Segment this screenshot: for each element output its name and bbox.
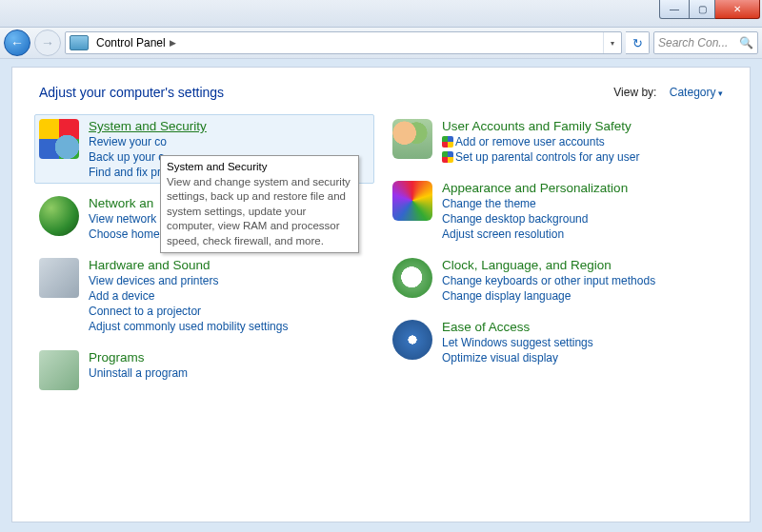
category-heading[interactable]: Clock, Language, and Region [442,258,655,272]
sublink[interactable]: Uninstall a program [89,366,188,380]
sublink[interactable]: Set up parental controls for any user [442,150,639,164]
content-header: Adjust your computer's settings View by:… [39,85,723,100]
category-clock-language-region[interactable]: Clock, Language, and Region Change keybo… [392,258,723,303]
shield-icon [442,151,453,163]
forward-button[interactable]: → [34,30,61,56]
category-heading[interactable]: User Accounts and Family Safety [442,119,639,133]
sublink[interactable]: Connect to a projector [89,305,288,318]
page-title: Adjust your computer's settings [39,85,224,100]
control-panel-icon [70,35,89,50]
ease-of-access-icon [392,320,432,360]
breadcrumb-label: Control Panel [96,36,166,49]
address-dropdown-button[interactable]: ▾ [603,32,621,53]
sublink[interactable]: Change keyboards or other input methods [442,274,655,287]
search-icon: 🔍 [739,36,753,49]
tooltip-body: View and change system and security sett… [167,175,352,249]
tooltip: System and Security View and change syst… [160,155,359,253]
window-titlebar: — ▢ ✕ [0,0,762,28]
sublink[interactable]: Review your co [89,135,207,148]
address-bar[interactable]: Control Panel ▶ ▾ [65,31,622,54]
category-columns: System and Security Review your co Back … [39,119,723,390]
sublink[interactable]: Add a device [89,289,288,303]
minimize-button[interactable]: — [659,0,690,19]
search-input[interactable]: Search Con... 🔍 [653,31,758,54]
search-placeholder: Search Con... [658,36,728,49]
network-icon [39,196,79,236]
chevron-right-icon: ▶ [170,38,176,48]
sublink[interactable]: Add or remove user accounts [442,135,639,148]
clock-icon [392,258,432,298]
back-button[interactable]: ← [4,30,30,56]
category-heading[interactable]: Ease of Access [442,320,593,334]
view-by-label: View by: [613,86,656,99]
category-ease-of-access[interactable]: Ease of Access Let Windows suggest setti… [392,320,723,365]
category-heading[interactable]: Appearance and Personalization [442,181,628,195]
view-by: View by: Category [613,86,723,99]
sublink[interactable]: Let Windows suggest settings [442,336,593,349]
sublink[interactable]: View devices and printers [89,274,288,287]
category-heading[interactable]: Hardware and Sound [89,258,288,272]
hardware-icon [39,258,79,298]
category-appearance[interactable]: Appearance and Personalization Change th… [392,181,723,241]
refresh-button[interactable]: ↻ [626,31,650,54]
view-by-value[interactable]: Category [670,86,723,99]
appearance-icon [392,181,432,221]
right-column: User Accounts and Family Safety Add or r… [392,119,723,390]
sublink[interactable]: Adjust screen resolution [442,227,628,241]
sublink[interactable]: Change display language [442,289,655,303]
content-pane: Adjust your computer's settings View by:… [11,67,751,522]
category-heading[interactable]: System and Security [89,119,207,133]
sublink[interactable]: Optimize visual display [442,351,593,365]
tooltip-title: System and Security [167,160,352,175]
category-programs[interactable]: Programs Uninstall a program [39,350,370,390]
programs-icon [39,350,79,390]
window-buttons: — ▢ ✕ [659,0,760,19]
category-heading[interactable]: Programs [89,350,188,365]
breadcrumb-control-panel[interactable]: Control Panel ▶ [92,32,181,53]
system-security-icon [39,119,79,159]
shield-icon [442,136,453,148]
user-accounts-icon [392,119,432,159]
category-hardware-sound[interactable]: Hardware and Sound View devices and prin… [39,258,370,333]
close-button[interactable]: ✕ [715,0,760,19]
sublink[interactable]: Change desktop background [442,212,628,226]
category-user-accounts[interactable]: User Accounts and Family Safety Add or r… [392,119,723,164]
sublink[interactable]: Change the theme [442,197,628,210]
sublink[interactable]: Adjust commonly used mobility settings [89,320,288,333]
navigation-bar: ← → Control Panel ▶ ▾ ↻ Search Con... 🔍 [0,28,762,59]
maximize-button[interactable]: ▢ [690,0,715,19]
